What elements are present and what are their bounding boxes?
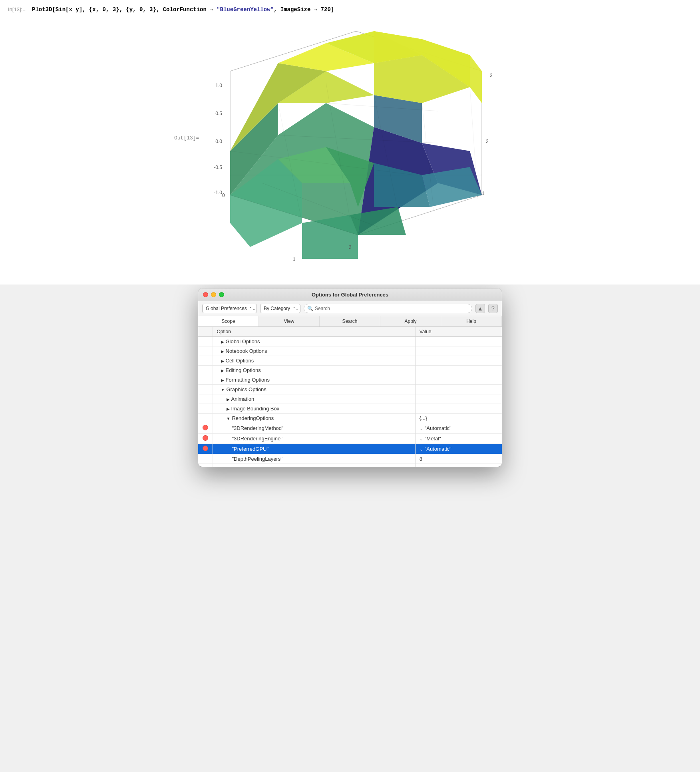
row-value: 1. [415,464,502,467]
cell-code: Plot3D[Sin[x y], {x, 0, 3}, {y, 0, 3}, C… [32,6,334,13]
table-row[interactable]: ▶Image Bounding Box [198,404,502,414]
row-option: ▼Graphics Options [213,385,415,394]
close-button[interactable] [203,292,208,297]
row-option: "3DRenderingEngine" [213,434,415,444]
expand-arrow-icon: ▼ [221,388,225,392]
row-option: ▶Cell Options [213,356,415,366]
dialog-wrapper: Options for Global Preferences Global Pr… [0,289,700,467]
notebook-area: In[13]:= Plot3D[Sin[x y], {x, 0, 3}, {y,… [0,0,700,285]
row-value: ⌄"Automatic" [415,423,502,434]
code-plot3d: Plot3D [32,6,52,13]
table-row[interactable]: ▶Animation [198,394,502,404]
row-marker [198,444,213,454]
table-row[interactable]: ▼RenderingOptions {...} [198,414,502,423]
axis-right-2: 2 [486,139,489,144]
row-value [415,385,502,394]
minimize-button[interactable] [211,292,216,297]
view-select[interactable]: By Category Alphabetical [260,304,300,313]
row-value: ⌄"Metal" [415,434,502,444]
modified-indicator [203,435,208,441]
up-button[interactable]: ▲ [475,304,485,313]
row-option: ▶Editing Options [213,366,415,375]
up-arrow-icon: ▲ [477,305,483,312]
code-sin: Sin [56,6,66,13]
search-input[interactable] [315,306,469,311]
row-marker [198,434,213,444]
modified-indicator [203,425,208,430]
plot3d-svg: 1.0 0.5 0.0 -0.5 -1.0 0 1 2 3 2 1 [198,23,502,271]
table-row[interactable]: "3DRenderingMethod" ⌄"Automatic" [198,423,502,434]
maximize-button[interactable] [219,292,224,297]
row-marker [198,423,213,434]
row-marker [198,366,213,375]
axis-right-3: 3 [490,73,493,78]
options-table: Option Value ▶Global Options [198,327,502,467]
expand-arrow-icon: ▶ [221,340,224,344]
row-option: "DepthPeelingLayers" [213,454,415,464]
dropdown-arrow-icon[interactable]: ⌄ [420,436,423,441]
scope-select-wrapper[interactable]: Global Preferences Notebook Options ⌃⌄ [202,304,257,313]
row-value [415,375,502,385]
axis-right-1: 1 [482,191,485,196]
axis-y-m1: -1.0 [214,190,222,195]
search-box-wrapper[interactable]: 🔍 [304,304,472,313]
table-row[interactable]: "3DRenderingEngine" ⌄"Metal" [198,434,502,444]
table-row[interactable]: "HardwareAntialiasingQuality" 1. [198,464,502,467]
table-row[interactable]: ▶Global Options [198,337,502,346]
view-select-wrapper[interactable]: By Category Alphabetical ⌃⌄ [260,304,300,313]
row-option: ▶Image Bounding Box [213,404,415,414]
row-marker [198,385,213,394]
expand-arrow-icon: ▶ [227,397,230,402]
dropdown-arrow-icon[interactable]: ⌄ [420,447,423,452]
code-arrow2: → 720] [310,6,334,13]
options-dialog: Options for Global Preferences Global Pr… [198,289,502,467]
plot-container: Out[13]= [8,15,692,281]
table-wrapper[interactable]: Option Value ▶Global Options [198,327,502,467]
row-marker [198,404,213,414]
row-marker [198,375,213,385]
tab-apply[interactable]: Apply [380,316,441,326]
axis-y-1: 1.0 [215,83,222,88]
help-button[interactable]: ? [488,304,498,313]
row-option: ▶Formatting Options [213,375,415,385]
input-label: In[13]:= [8,6,32,12]
output-label: Out[13]= [174,135,199,141]
row-option: ▶Notebook Options [213,346,415,356]
table-row[interactable]: "PreferredGPU" ⌄"Automatic" [198,444,502,454]
table-row[interactable]: ▶Formatting Options [198,375,502,385]
code-arrow1: → [207,6,217,13]
table-row[interactable]: ▶Cell Options [198,356,502,366]
code-imagesize: ImageSize [280,6,311,13]
row-marker [198,337,213,346]
svg-marker-23 [302,215,358,259]
expand-arrow-icon: ▶ [221,349,224,354]
code-inner: [x y], {x, 0, 3}, {y, 0, 3}, [66,6,163,13]
row-value [415,356,502,366]
row-marker [198,356,213,366]
table-row[interactable]: "DepthPeelingLayers" 8 [198,454,502,464]
table-row[interactable]: ▼Graphics Options [198,385,502,394]
tab-bar: Scope View Search Apply Help [198,316,502,327]
dropdown-arrow-icon[interactable]: ⌄ [420,426,423,431]
axis-y-0: 0.0 [215,139,222,144]
row-value: 8 [415,454,502,464]
expand-arrow-icon: ▶ [221,368,224,373]
row-value [415,337,502,346]
table-row[interactable]: ▶Editing Options [198,366,502,375]
row-option: "3DRenderingMethod" [213,423,415,434]
expand-arrow-icon: ▶ [221,378,224,382]
row-option: "HardwareAntialiasingQuality" [213,464,415,467]
row-value [415,346,502,356]
tab-help[interactable]: Help [441,316,502,326]
dialog-title: Options for Global Preferences [312,292,388,298]
row-value-selected: ⌄"Automatic" [415,444,502,454]
row-marker [198,414,213,423]
expand-arrow-icon: ▶ [227,407,230,411]
tab-view[interactable]: View [259,316,320,326]
tab-scope[interactable]: Scope [198,316,259,326]
table-row[interactable]: ▶Notebook Options [198,346,502,356]
header-option: Option [213,327,415,337]
tab-search[interactable]: Search [320,316,380,326]
title-bar: Options for Global Preferences [198,289,502,301]
scope-select[interactable]: Global Preferences Notebook Options [202,304,257,313]
